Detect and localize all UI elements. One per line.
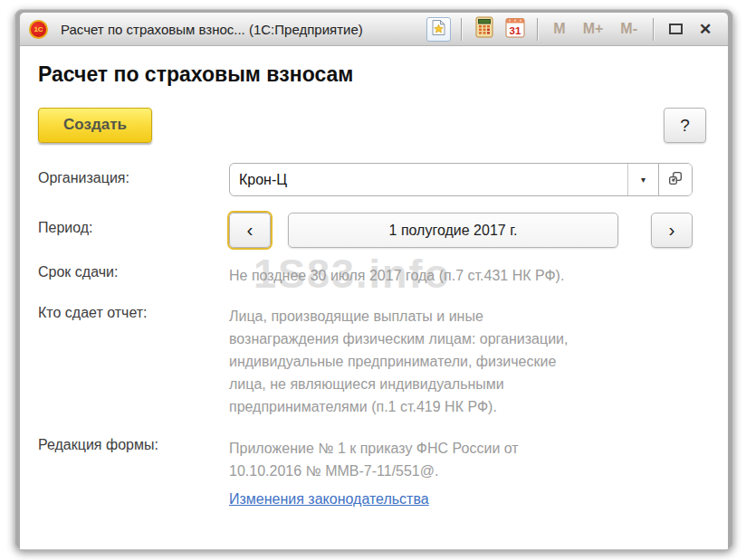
form-content: 1S83.info Расчет по страховым взносам Со… (20, 46, 728, 549)
app-window: 1С Расчет по страховым взнос... (1С:Пред… (14, 9, 733, 550)
period-prev-button[interactable]: ‹ (229, 213, 271, 248)
svg-text:31: 31 (509, 25, 521, 36)
open-picker-icon (668, 171, 683, 189)
star-document-icon (431, 19, 446, 40)
maximize-button[interactable] (664, 17, 687, 41)
form-edition-row: Редакция формы: Приложение № 1 к приказу… (38, 437, 706, 482)
chevron-left-icon: ‹ (247, 219, 253, 240)
help-button[interactable]: ? (664, 108, 706, 143)
deadline-row: Срок сдачи: Не позднее 30 июля 2017 года… (38, 264, 706, 287)
calendar-icon: 31 (505, 16, 525, 42)
organization-label: Организация: (38, 163, 229, 186)
memory-recall-button[interactable]: M (548, 21, 570, 37)
create-button[interactable]: Создать (38, 108, 152, 143)
form-edition-label: Редакция формы: (38, 437, 229, 453)
titlebar-toolbar: 31 M M+ M- ✕ (426, 17, 717, 42)
who-submits-label: Кто сдает отчет: (38, 305, 229, 321)
deadline-label: Срок сдачи: (38, 264, 229, 280)
period-control: ‹ 1 полугодие 2017 г. › (229, 213, 693, 248)
1c-logo-icon[interactable]: 1С (29, 20, 48, 39)
favorites-button[interactable] (426, 17, 451, 42)
titlebar: 1С Расчет по страховым взнос... (1С:Пред… (20, 13, 728, 46)
close-icon: ✕ (699, 22, 712, 37)
deadline-value: Не позднее 30 июля 2017 года (п.7 ст.431… (229, 264, 564, 287)
titlebar-separator (653, 18, 654, 41)
organization-input[interactable] (230, 164, 627, 195)
form-edition-value: Приложение № 1 к приказу ФНС России от 1… (229, 437, 519, 482)
window-title: Расчет по страховым взнос... (1С:Предпри… (61, 22, 363, 37)
memory-add-button[interactable]: M+ (578, 21, 609, 37)
period-value-button[interactable]: 1 полугодие 2017 г. (288, 213, 618, 248)
titlebar-separator (461, 18, 462, 41)
memory-subtract-button[interactable]: M- (615, 21, 643, 37)
report-form: Организация: ▾ (38, 163, 706, 508)
organization-open-button[interactable] (658, 164, 692, 195)
period-row: Период: ‹ 1 полугодие 2017 г. › (38, 213, 706, 248)
calculator-button[interactable] (472, 17, 496, 42)
close-button[interactable]: ✕ (693, 17, 717, 41)
page-title: Расчет по страховым взносам (38, 62, 706, 87)
organization-dropdown-button[interactable]: ▾ (627, 164, 658, 195)
who-submits-row: Кто сдает отчет: Лица, производящие выпл… (38, 305, 706, 418)
maximize-icon (669, 24, 683, 34)
period-next-button[interactable]: › (651, 213, 693, 248)
organization-field: ▾ (229, 163, 693, 196)
who-submits-value: Лица, производящие выплаты и иные вознаг… (229, 305, 568, 418)
calendar-button[interactable]: 31 (502, 17, 527, 42)
law-changes-link[interactable]: Изменения законодательства (229, 491, 429, 508)
period-label: Период: (38, 213, 229, 236)
chevron-right-icon: › (669, 219, 675, 240)
organization-row: Организация: ▾ (38, 163, 706, 196)
calculator-icon (475, 16, 493, 42)
chevron-down-icon: ▾ (641, 175, 646, 185)
toolbar: Создать ? (38, 108, 706, 143)
titlebar-separator (537, 18, 538, 41)
